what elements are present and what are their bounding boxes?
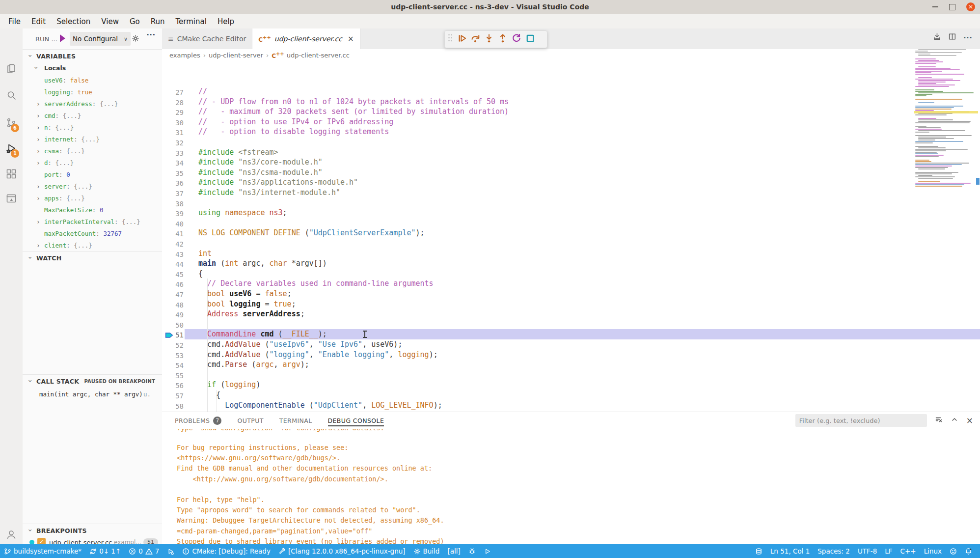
status-item-sync[interactable]: 0↓ 1↑ <box>85 544 125 558</box>
panel-tab-output[interactable]: OUTPUT <box>237 412 263 429</box>
status-item-play[interactable] <box>480 544 495 558</box>
gear-icon[interactable] <box>132 34 139 44</box>
menu-item-terminal[interactable]: Terminal <box>170 14 212 28</box>
variable-row[interactable]: ›client: {...} <box>23 239 162 251</box>
status-item-ln-51-col-1[interactable]: Ln 51, Col 1 <box>766 544 814 558</box>
minimap-line <box>918 121 971 122</box>
breadcrumb-item[interactable]: udp-client-server <box>209 52 263 59</box>
menu-item-file[interactable]: File <box>3 14 26 28</box>
status-item-tools[interactable]: [Clang 12.0.0 x86_64-pc-linux-gnu] <box>274 544 409 558</box>
start-debug-icon[interactable] <box>60 34 65 42</box>
variable-row[interactable]: ›internet: {...} <box>23 133 162 145</box>
more-actions-icon[interactable]: ··· <box>146 30 155 39</box>
line-number: 36 <box>162 178 184 189</box>
variable-row[interactable]: maxPacketCount: 32767 <box>23 227 162 239</box>
section-call-stack[interactable]: ›CALL STACKPAUSED ON BREAKPOINT <box>23 374 162 388</box>
status-item-linux[interactable]: Linux <box>920 544 946 558</box>
variable-row[interactable]: ›serverAddress: {...} <box>23 98 162 110</box>
menu-item-help[interactable]: Help <box>212 14 240 28</box>
minimap-line <box>918 66 936 67</box>
status-item-error[interactable]: 07 <box>125 544 163 558</box>
stop-button[interactable] <box>525 33 535 45</box>
minimap[interactable] <box>914 49 978 196</box>
variable-row[interactable]: ›interPacketInterval: {...} <box>23 216 162 227</box>
status-text: [Clang 12.0.0 x86_64-pc-linux-gnu] <box>288 547 406 555</box>
panel-tab-terminal[interactable]: TERMINAL <box>279 412 312 429</box>
close-icon[interactable]: × <box>966 2 975 11</box>
debug-console-output[interactable]: Type "show configuration" for configurat… <box>177 429 980 545</box>
chevron-up-icon[interactable] <box>951 416 958 425</box>
clear-console-icon[interactable] <box>935 416 943 425</box>
activity-explorer-icon[interactable] <box>5 63 17 75</box>
download-tray-icon[interactable] <box>933 32 941 43</box>
activity-test-window-icon[interactable] <box>5 193 17 204</box>
tab-udp-client-server-cc[interactable]: C++udp-client-server.cc× <box>252 28 360 49</box>
status-item-database[interactable] <box>751 544 766 558</box>
chevron-right-icon: › <box>36 147 40 155</box>
split-editor-icon[interactable] <box>948 32 956 43</box>
more-actions-icon[interactable]: ··· <box>963 33 972 42</box>
panel-tab-debug-console[interactable]: DEBUG CONSOLE <box>328 412 384 429</box>
variable-row[interactable]: useV6: false <box>23 74 162 86</box>
variable-row[interactable]: ›d: {...} <box>23 157 162 168</box>
menu-item-run[interactable]: Run <box>145 14 170 28</box>
close-panel-icon[interactable]: × <box>966 416 973 425</box>
stack-frame[interactable]: main(int argc, char ** argv)u. <box>23 388 162 400</box>
status-item-bug[interactable] <box>464 544 480 558</box>
tab-cmake-cache-editor[interactable]: ≡CMake Cache Editor <box>162 28 252 49</box>
activity-extensions-icon[interactable] <box>5 168 17 180</box>
section-breakpoints[interactable]: ›BREAKPOINTS <box>23 524 162 537</box>
panel-tab-problems[interactable]: PROBLEMS7 <box>175 412 221 429</box>
status-item-gear[interactable]: Build <box>409 544 444 558</box>
breadcrumb-item[interactable]: C++udp-client-server.cc <box>272 51 350 59</box>
section-variables[interactable]: ›VARIABLES <box>23 49 162 62</box>
close-tab-icon[interactable]: × <box>348 34 354 43</box>
variable-row[interactable]: ›apps: {...} <box>23 192 162 204</box>
variable-row[interactable]: ›server: {...} <box>23 180 162 192</box>
variable-row[interactable]: logging: true <box>23 86 162 98</box>
status-item-lf[interactable]: LF <box>881 544 896 558</box>
step-out-button[interactable] <box>498 33 508 45</box>
minimap-line <box>918 77 932 78</box>
activity-account-icon[interactable] <box>5 529 17 540</box>
debug-config-dropdown[interactable]: No Configural ∨ <box>70 32 131 46</box>
console-filter-input[interactable] <box>795 414 927 427</box>
locals-scope[interactable]: ›Locals <box>23 62 162 74</box>
variable-row[interactable]: ›cmd: {...} <box>23 110 162 121</box>
status-item-feedback[interactable] <box>946 544 961 558</box>
status-item-bell[interactable] <box>961 544 976 558</box>
code-editor[interactable]: 27//28// - UDP flow from n0 to n1 of 102… <box>162 61 980 412</box>
maximize-icon[interactable] <box>949 4 955 10</box>
minimize-icon[interactable] <box>932 6 938 7</box>
debug-toolbar <box>444 30 547 48</box>
menu-item-view[interactable]: View <box>96 14 124 28</box>
line-number: 34 <box>162 158 184 168</box>
variable-row[interactable]: port: 0 <box>23 168 162 180</box>
continue-button[interactable] <box>457 33 466 45</box>
variable-row[interactable]: MaxPacketSize: 0 <box>23 204 162 216</box>
chevron-right-icon: › <box>36 112 40 119</box>
status-item-branch[interactable]: buildsystem-cmake* <box>0 544 85 558</box>
variable-row[interactable]: ›n: {...} <box>23 121 162 133</box>
status-text: 7 <box>155 547 160 555</box>
minimap-line <box>918 119 953 120</box>
status-item-c-[interactable]: C++ <box>897 544 920 558</box>
status-item--all-[interactable]: [all] <box>443 544 464 558</box>
activity-search-icon[interactable] <box>5 89 17 101</box>
code-line: NS_LOG_COMPONENT_DEFINE ("UdpClientServe… <box>198 228 425 238</box>
step-into-button[interactable] <box>484 33 494 45</box>
status-item-spaces-2[interactable]: Spaces: 2 <box>814 544 854 558</box>
menu-item-go[interactable]: Go <box>124 14 145 28</box>
section-watch[interactable]: ›WATCH <box>23 251 162 264</box>
menu-item-selection[interactable]: Selection <box>51 14 96 28</box>
variable-row[interactable]: ›csma: {...} <box>23 145 162 157</box>
status-item-utf-8[interactable]: UTF-8 <box>854 544 881 558</box>
restart-button[interactable] <box>512 33 521 45</box>
step-over-button[interactable] <box>470 33 480 45</box>
menu-item-edit[interactable]: Edit <box>26 14 51 28</box>
breadcrumb-item[interactable]: examples <box>169 52 200 59</box>
status-item-info[interactable]: CMake: [Debug]: Ready <box>178 544 274 558</box>
status-item-debug[interactable] <box>163 544 178 558</box>
code-line: #include "ns3/core-module.h" <box>198 157 323 167</box>
drag-grip-icon[interactable] <box>448 34 453 45</box>
